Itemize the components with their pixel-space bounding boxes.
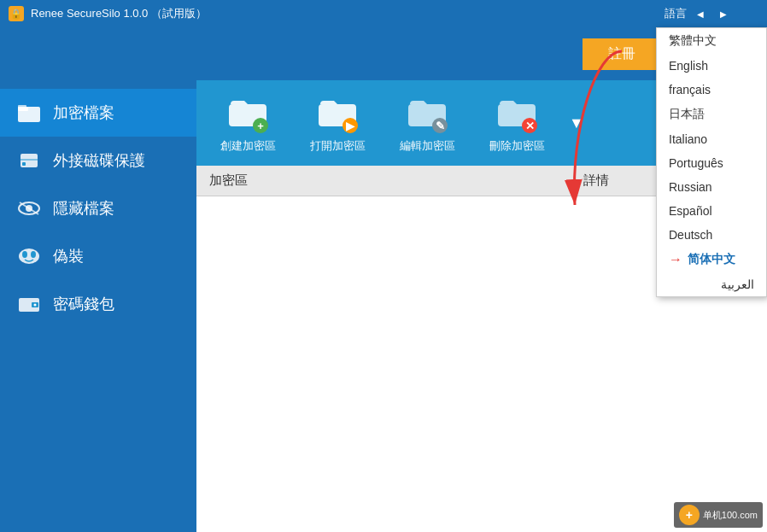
lang-prev-button[interactable]: ◀ (691, 4, 710, 23)
sidebar-label-hide: 隱藏檔案 (53, 198, 114, 219)
eye-icon (17, 196, 41, 220)
lang-header: 語言 ◀ ▶ (656, 0, 767, 27)
header-bar: 註冊 ⚙ 設定 (0, 27, 767, 80)
lang-item-de[interactable]: Deutsch (657, 223, 766, 247)
lang-item-ja[interactable]: 日本語 (657, 102, 766, 127)
app-container: 註冊 ⚙ 設定 加密檔案 (0, 27, 767, 532)
sidebar-item-password-wallet[interactable]: 密碼錢包 (0, 280, 196, 328)
sidebar-item-external-drive[interactable]: 外接磁碟保護 (0, 137, 196, 184)
lang-item-fr[interactable]: français (657, 78, 766, 102)
create-zone-button[interactable]: + 創建加密區 (205, 85, 290, 161)
folder-icon (17, 101, 41, 125)
wallet-icon (17, 292, 41, 316)
watermark: + 单机100.com (674, 502, 763, 528)
drive-icon (17, 149, 41, 172)
register-button[interactable]: 註冊 (583, 38, 661, 70)
delete-label: 刪除加密區 (489, 138, 545, 154)
delete-badge: ✕ (522, 118, 537, 133)
sidebar-label-drive: 外接磁碟保護 (53, 150, 145, 171)
sidebar-item-hide-files[interactable]: 隱藏檔案 (0, 184, 196, 232)
lang-item-ru[interactable]: Russian (657, 175, 766, 199)
edit-icon: ✎ (407, 92, 448, 133)
watermark-icon: + (686, 508, 693, 522)
lang-label-zh-cn: 简体中文 (688, 252, 735, 267)
watermark-text: 单机100.com (703, 509, 758, 522)
sidebar-item-disguise[interactable]: 偽裝 (0, 232, 196, 280)
edit-zone-button[interactable]: ✎ 編輯加密區 (384, 85, 470, 161)
svg-rect-4 (22, 162, 26, 166)
svg-point-14 (34, 304, 37, 307)
open-icon: ▶ (317, 92, 358, 133)
create-label: 創建加密區 (220, 138, 276, 154)
lang-label-it: Italiano (669, 132, 707, 146)
lang-item-ar[interactable]: العربية (657, 272, 766, 296)
main-body: 加密檔案 外接磁碟保護 (0, 80, 767, 532)
delete-icon: ✕ (496, 92, 537, 133)
edit-label: 編輯加密區 (400, 138, 455, 154)
create-badge: + (253, 118, 268, 133)
lang-header-text: 語言 (665, 6, 687, 21)
lang-label-de: Deutsch (669, 228, 712, 242)
svg-rect-2 (18, 105, 26, 109)
lang-label-en: English (669, 59, 708, 73)
mask-icon (17, 244, 41, 268)
selection-arrow: → (669, 252, 682, 267)
title-bar: 🔒 Renee SecureSilo 1.0.0 （試用版） — □ ✕ (0, 0, 767, 27)
lang-label-fr: français (669, 83, 711, 96)
lang-label-ar: العربية (721, 278, 754, 291)
delete-zone-button[interactable]: ✕ 刪除加密區 (474, 85, 559, 161)
sidebar-label-encrypt: 加密檔案 (53, 102, 114, 123)
open-label: 打開加密區 (310, 138, 366, 154)
col-name-header: 加密區 (209, 172, 583, 189)
app-title: Renee SecureSilo 1.0.0 （試用版） (31, 6, 207, 21)
create-icon: + (227, 92, 268, 133)
open-zone-button[interactable]: ▶ 打開加密區 (295, 85, 380, 161)
language-dropdown-overlay: 語言 ◀ ▶ 繁體中文 English français 日本語 Italian… (656, 0, 767, 297)
sidebar-item-encrypt-files[interactable]: 加密檔案 (0, 89, 196, 137)
app-icon: 🔒 (9, 6, 24, 21)
sidebar: 加密檔案 外接磁碟保護 (0, 80, 196, 532)
lang-item-pt[interactable]: Português (657, 151, 766, 175)
lang-item-zh-tw[interactable]: 繁體中文 (657, 28, 766, 54)
sidebar-label-wallet: 密碼錢包 (53, 294, 114, 314)
lang-item-en[interactable]: English (657, 54, 766, 78)
svg-point-10 (22, 251, 27, 258)
lang-item-es[interactable]: Español (657, 199, 766, 223)
language-menu: 繁體中文 English français 日本語 Italiano Portu… (656, 27, 767, 297)
open-badge: ▶ (343, 118, 358, 133)
lang-label-es: Español (669, 204, 712, 218)
lang-item-zh-cn[interactable]: → 简体中文 (657, 247, 766, 272)
lang-label-zh-tw: 繁體中文 (669, 33, 717, 49)
lang-next-button[interactable]: ▶ (714, 4, 733, 23)
lang-item-it[interactable]: Italiano (657, 127, 766, 151)
lang-label-pt: Português (669, 156, 723, 170)
svg-point-11 (31, 251, 36, 258)
more-button[interactable]: ▼ (564, 89, 589, 157)
lang-label-ru: Russian (669, 180, 712, 194)
sidebar-label-disguise: 偽裝 (53, 246, 84, 266)
lang-label-ja: 日本語 (669, 107, 705, 122)
watermark-logo: + (679, 505, 700, 525)
edit-badge: ✎ (432, 118, 448, 133)
